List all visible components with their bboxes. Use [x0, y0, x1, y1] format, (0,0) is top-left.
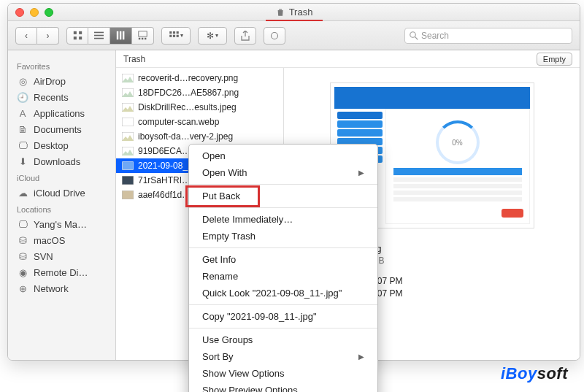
- file-row[interactable]: recoverit-d…recovery.png: [116, 71, 283, 85]
- svg-rect-17: [169, 35, 172, 37]
- menu-put-back[interactable]: Put Back: [189, 188, 377, 204]
- menu-show-view-options[interactable]: Show View Options: [189, 365, 377, 382]
- group-button-group: ▾: [161, 27, 191, 45]
- sidebar-item-airdrop[interactable]: ◎AirDrop: [8, 73, 115, 89]
- remote-disc-icon: ◉: [17, 266, 28, 278]
- menu-separator: [189, 184, 377, 185]
- applications-icon: A: [17, 107, 28, 119]
- sidebar-header-favorites: Favorites: [8, 58, 115, 73]
- submenu-arrow-icon: ▶: [358, 169, 364, 177]
- view-list-button[interactable]: [88, 27, 110, 45]
- svg-rect-0: [73, 31, 76, 34]
- jpg-icon: [122, 161, 134, 171]
- trash-icon: [275, 7, 285, 18]
- sidebar-item-network[interactable]: ⊕Network: [8, 280, 115, 296]
- toolbar: ‹ › ▾ ✻▾ Search: [8, 21, 580, 50]
- svg-rect-3: [79, 36, 82, 39]
- disk-icon: ⛁: [17, 234, 28, 246]
- menu-use-groups[interactable]: Use Groups: [189, 331, 377, 348]
- menu-show-preview-options[interactable]: Show Preview Options: [189, 382, 377, 392]
- sidebar-item-downloads[interactable]: ⬇Downloads: [8, 153, 115, 169]
- view-icons-button[interactable]: [66, 27, 88, 45]
- file-row[interactable]: DiskDrillRec…esults.jpeg: [116, 100, 283, 115]
- view-buttons: [66, 27, 154, 45]
- menu-quick-look[interactable]: Quick Look "2021-09-08_11-.jpg": [189, 285, 377, 301]
- menu-get-info[interactable]: Get Info: [189, 251, 377, 268]
- menu-separator: [189, 304, 377, 305]
- minimize-button[interactable]: [30, 8, 39, 17]
- svg-point-20: [272, 32, 278, 39]
- search-field[interactable]: Search: [404, 28, 572, 44]
- file-row[interactable]: iboysoft-da…very-2.jpeg: [116, 129, 283, 144]
- window-controls: [15, 8, 53, 17]
- jpeg-icon: [122, 102, 134, 112]
- view-gallery-button[interactable]: [132, 27, 154, 45]
- sidebar-header-locations: Locations: [8, 201, 115, 216]
- back-button[interactable]: ‹: [15, 27, 37, 45]
- menu-copy[interactable]: Copy "2021-09-08_11-.jpg": [189, 308, 377, 325]
- recents-icon: 🕘: [17, 91, 28, 103]
- sidebar-header-icloud: iCloud: [8, 169, 115, 185]
- file-row[interactable]: computer-scan.webp: [116, 115, 283, 129]
- svg-rect-30: [122, 176, 134, 185]
- sidebar-item-remote[interactable]: ◉Remote Di…: [8, 264, 115, 280]
- menu-open[interactable]: Open: [189, 147, 377, 164]
- empty-trash-button[interactable]: Empty: [537, 53, 572, 66]
- submenu-arrow-icon: ▶: [358, 353, 364, 361]
- menu-rename[interactable]: Rename: [189, 268, 377, 285]
- svg-rect-13: [145, 38, 146, 39]
- jpg-icon: [122, 190, 134, 200]
- sidebar-item-mac[interactable]: 🖵Yang's Ma…: [8, 216, 115, 232]
- location-title: Trash: [123, 54, 145, 64]
- tags-button[interactable]: [264, 27, 285, 45]
- airdrop-icon: ◎: [17, 75, 28, 87]
- svg-rect-8: [120, 31, 121, 39]
- menu-sort-by[interactable]: Sort By▶: [189, 348, 377, 365]
- sidebar-item-svn[interactable]: ⛁SVN: [8, 248, 115, 264]
- path-bar: Trash Empty: [116, 50, 580, 68]
- menu-delete-immediately[interactable]: Delete Immediately…: [189, 211, 377, 228]
- menu-separator: [189, 207, 377, 208]
- sidebar-item-recents[interactable]: 🕘Recents: [8, 89, 115, 105]
- sidebar-item-macos[interactable]: ⛁macOS: [8, 232, 115, 248]
- documents-icon: 🗎: [17, 123, 28, 135]
- nav-buttons: ‹ ›: [15, 27, 59, 45]
- view-columns-button[interactable]: [110, 27, 132, 45]
- svg-rect-11: [139, 38, 140, 39]
- menu-empty-trash[interactable]: Empty Trash: [189, 228, 377, 245]
- cloud-icon: ☁: [17, 187, 28, 199]
- file-row[interactable]: 18DFDC26…AE5867.png: [116, 85, 283, 100]
- action-button[interactable]: ✻▾: [198, 27, 227, 45]
- watermark-logo: iBoysoft: [501, 364, 568, 383]
- svg-rect-4: [94, 32, 104, 34]
- sidebar-item-documents[interactable]: 🗎Documents: [8, 121, 115, 137]
- sidebar-item-desktop[interactable]: 🖵Desktop: [8, 137, 115, 153]
- jpg-icon: [122, 175, 134, 185]
- svg-rect-31: [122, 191, 134, 199]
- share-button[interactable]: [234, 27, 256, 45]
- forward-button[interactable]: ›: [37, 27, 59, 45]
- sidebar-item-icloud[interactable]: ☁iCloud Drive: [8, 185, 115, 201]
- annotation-underline-title: [266, 20, 323, 21]
- menu-separator: [189, 247, 377, 248]
- svg-rect-6: [94, 38, 104, 39]
- svg-rect-25: [122, 118, 134, 126]
- zoom-button[interactable]: [45, 8, 53, 17]
- search-icon: [410, 31, 418, 40]
- png-icon: [122, 146, 134, 156]
- png-icon: [122, 73, 134, 83]
- downloads-icon: ⬇: [17, 155, 28, 167]
- svg-point-21: [410, 31, 416, 37]
- close-button[interactable]: [15, 8, 24, 17]
- menu-open-with[interactable]: Open With▶: [189, 164, 377, 181]
- webp-icon: [122, 117, 134, 127]
- arrange-button[interactable]: ▾: [161, 27, 191, 45]
- svg-rect-29: [123, 162, 133, 169]
- disk-icon: ⛁: [17, 250, 28, 262]
- sidebar: Favorites ◎AirDrop 🕘Recents AApplication…: [8, 50, 116, 360]
- sidebar-item-applications[interactable]: AApplications: [8, 105, 115, 121]
- network-icon: ⊕: [17, 283, 28, 294]
- window-title-text: Trash: [289, 7, 313, 18]
- svg-rect-1: [79, 31, 82, 34]
- titlebar[interactable]: Trash: [8, 4, 580, 21]
